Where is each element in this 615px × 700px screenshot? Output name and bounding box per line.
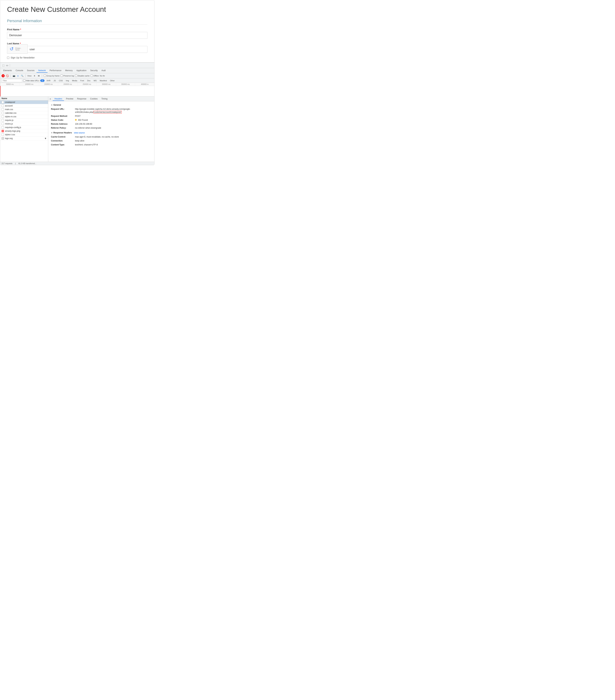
network-sep-3 xyxy=(42,74,42,77)
response-headers-toggle[interactable]: ▼ xyxy=(51,132,53,134)
timeline-bar-area xyxy=(0,86,154,97)
devtools-tabs: Elements Console Sources Network Perform… xyxy=(0,68,154,73)
connection-value: keep-alive xyxy=(75,139,84,142)
request-row-requirejsconfig[interactable]: requirejs-config.js xyxy=(0,126,48,129)
hide-data-urls-checkbox[interactable]: Hide data URLs xyxy=(23,79,39,82)
request-row-account[interactable]: account/ xyxy=(0,104,48,108)
list-view-icon[interactable]: ≡ xyxy=(33,74,36,77)
request-row-requirejs[interactable]: require.js xyxy=(0,118,48,122)
timeline-mark-4: 200000 ms xyxy=(58,83,77,86)
last-name-input[interactable] xyxy=(7,46,147,53)
request-name-styleslcss: styles-l.css xyxy=(5,134,15,136)
device-toolbar-icon[interactable]: ▭ xyxy=(5,64,9,67)
request-url-key: Request URL: xyxy=(51,108,75,114)
recaptcha-widget[interactable]: ↺ Privacy - Terms xyxy=(7,44,28,54)
connection-row: Connection: keep-alive xyxy=(51,139,151,142)
recaptcha-privacy-text: Privacy - Terms xyxy=(15,47,25,51)
tab-performance[interactable]: Performance xyxy=(48,68,63,73)
request-row-stylesmcss[interactable]: styles-m.css xyxy=(0,115,48,118)
request-row-createpost[interactable]: createpost/ xyxy=(0,100,48,104)
timeline-mark-5: 250000 ms xyxy=(77,83,96,86)
filter-xhr[interactable]: XHR xyxy=(46,79,51,82)
file-icon-logosvg xyxy=(2,137,4,140)
tab-audit[interactable]: Audi xyxy=(100,68,107,73)
filter-icon[interactable]: ⫼ xyxy=(16,74,20,77)
tab-application[interactable]: Application xyxy=(75,68,88,73)
filter-all[interactable]: All xyxy=(40,79,45,82)
clear-button[interactable]: 🚫 xyxy=(6,74,9,77)
select-element-icon[interactable]: ⬚ xyxy=(2,64,5,67)
status-dot xyxy=(75,119,77,121)
requests-panel: Name createpost/ account/ main.css calen… xyxy=(0,97,48,162)
last-name-label: Last Name * xyxy=(7,42,147,45)
request-row-logosvg[interactable]: logo.svg ▼ xyxy=(0,137,48,140)
filter-img[interactable]: Img xyxy=(65,79,70,82)
request-row-amastylogo[interactable]: amasty-logo.png xyxy=(0,129,48,133)
details-tab-preview[interactable]: Preview xyxy=(64,97,75,101)
general-section-header: ▼ General xyxy=(51,104,151,106)
newsletter-row: Sign Up for Newsletter xyxy=(7,56,147,59)
cache-control-value: max-age=0, must-revalidate, no-cache, no… xyxy=(75,135,119,138)
request-name-stylesmcss: styles-m.css xyxy=(5,115,16,118)
request-row-styleslcss[interactable]: styles-l.css xyxy=(0,133,48,137)
search-icon[interactable]: 🔍 xyxy=(21,74,24,77)
request-row-maincss[interactable]: main.css xyxy=(0,108,48,111)
timeline-red-line xyxy=(0,86,1,97)
filter-media[interactable]: Media xyxy=(71,79,78,82)
view-source-link[interactable]: view source xyxy=(74,132,85,134)
status-code-key: Status Code: xyxy=(51,118,75,122)
tab-console[interactable]: Console xyxy=(14,68,25,73)
waterfall-view-icon[interactable]: ⇉ xyxy=(37,74,40,77)
filter-ws[interactable]: WS xyxy=(93,79,98,82)
newsletter-checkbox[interactable] xyxy=(7,57,9,59)
details-tab-response[interactable]: Response xyxy=(75,97,88,101)
record-button[interactable]: ● xyxy=(2,74,5,77)
filter-manifest[interactable]: Manifest xyxy=(99,79,108,82)
request-name-maincss: main.css xyxy=(5,108,13,111)
offline-checkbox[interactable]: Offline xyxy=(90,75,99,77)
tab-network[interactable]: Network xyxy=(37,68,48,73)
timeline-mark-7: 350000 ms xyxy=(116,83,135,86)
devtools-statusbar: 217 requests | 61.3 KB transferred... xyxy=(0,162,154,165)
group-by-frame-checkbox[interactable]: Group by frame xyxy=(44,75,60,77)
status-code-row: Status Code: 302 Found xyxy=(51,118,151,122)
request-row-mixinsjs[interactable]: mixins.js xyxy=(0,122,48,126)
request-row-calendarcss[interactable]: calendar.css xyxy=(0,111,48,115)
general-toggle[interactable]: ▼ xyxy=(51,104,53,106)
cache-control-key: Cache-Control: xyxy=(51,135,75,138)
remote-address-value: 104.156.50.198:80 xyxy=(75,123,92,126)
content-type-key: Content-Type: xyxy=(51,143,75,146)
filter-font[interactable]: Font xyxy=(79,79,85,82)
no-throttle-label: No thr xyxy=(100,75,105,77)
first-name-group: First Name * xyxy=(7,28,147,39)
tab-sources[interactable]: Sources xyxy=(25,68,36,73)
filter-css[interactable]: CSS xyxy=(58,79,64,82)
timeline-mark-6: 300000 ms xyxy=(96,83,116,86)
preserve-log-checkbox[interactable]: Preserve log xyxy=(61,75,74,77)
request-name-mixinsjs: mixins.js xyxy=(5,123,13,125)
disable-cache-checkbox[interactable]: Disable cache xyxy=(75,75,89,77)
status-transferred: 61.3 KB transferred... xyxy=(19,162,36,164)
content-type-value: text/html; charset=UTF-8 xyxy=(75,143,98,146)
details-close-button[interactable]: × xyxy=(50,98,51,100)
details-tab-cookies[interactable]: Cookies xyxy=(88,97,99,101)
timeline-mark-2: 100000 ms xyxy=(20,83,39,86)
url-highlight: customer/account/createpost/ xyxy=(94,111,122,113)
request-name-logosvg: logo.svg xyxy=(5,137,13,140)
filter-doc[interactable]: Doc xyxy=(86,79,91,82)
page-title: Create New Customer Account xyxy=(7,5,147,14)
file-icon-mixinsjs xyxy=(2,123,4,125)
connection-key: Connection: xyxy=(51,139,75,142)
tab-memory[interactable]: Memory xyxy=(63,68,74,73)
section-title: Personal Information xyxy=(7,19,147,23)
filter-js[interactable]: JS xyxy=(52,79,57,82)
filter-input[interactable] xyxy=(2,79,22,82)
tab-security[interactable]: Security xyxy=(88,68,99,73)
details-tab-timing[interactable]: Timing xyxy=(100,97,109,101)
tab-elements[interactable]: Elements xyxy=(2,68,14,73)
filter-other[interactable]: Other xyxy=(109,79,116,82)
devtools-panel: ⬚ ▭ Elements Console Sources Network Per… xyxy=(0,62,154,165)
details-tab-headers[interactable]: Headers xyxy=(53,97,64,101)
camera-icon[interactable]: 📷 xyxy=(12,74,15,77)
first-name-input[interactable] xyxy=(7,32,147,39)
